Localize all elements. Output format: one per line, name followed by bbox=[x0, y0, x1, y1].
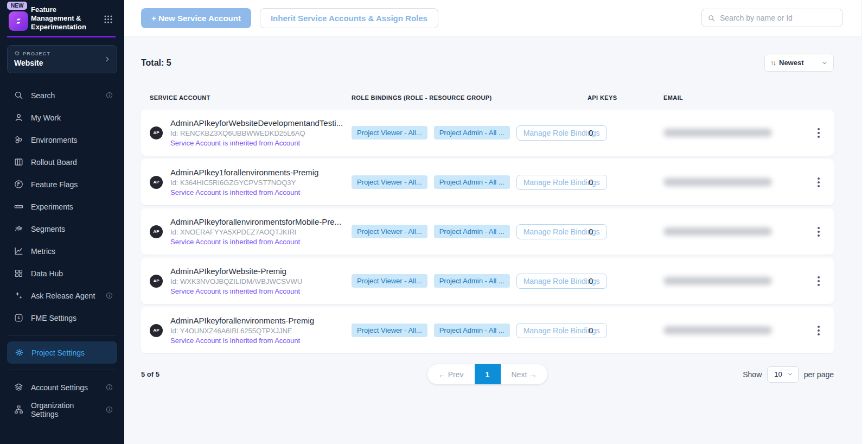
col-header-role-bindings: ROLE BINDINGS (ROLE - RESOURCE GROUP) bbox=[352, 94, 588, 101]
table-row: AP AdminAPIkeyforallenvironments-Premig … bbox=[141, 307, 834, 353]
sidebar-item-label: Organization Settings bbox=[31, 401, 98, 418]
sidebar-item-ask-release-agent[interactable]: Ask Release Agent bbox=[0, 284, 124, 307]
environments-icon bbox=[13, 135, 24, 145]
search-icon bbox=[707, 14, 716, 22]
avatar: AP bbox=[150, 225, 163, 238]
service-account-id: Id: K364HIC5RI6GZGYCPVST7NOQ3Y bbox=[170, 179, 318, 187]
row-menu-icon[interactable] bbox=[812, 273, 825, 289]
sidebar-item-experiments[interactable]: Experiments bbox=[0, 195, 124, 218]
inherit-service-accounts-button[interactable]: Inherit Service Accounts & Assign Roles bbox=[260, 8, 438, 28]
sidebar-item-segments[interactable]: Segments bbox=[0, 218, 124, 240]
chevron-down-icon bbox=[821, 60, 828, 66]
search-box bbox=[701, 9, 843, 27]
row-menu-icon[interactable] bbox=[812, 174, 825, 191]
current-page-button[interactable]: 1 bbox=[475, 364, 501, 384]
flag-icon bbox=[13, 179, 24, 190]
service-account-id: Id: WXK3NVOJBQZILIDMAVBJWCSVWU bbox=[170, 277, 302, 286]
inherited-note: Service Account is inherited from Accoun… bbox=[170, 139, 343, 147]
sidebar-item-label: Feature Flags bbox=[31, 180, 78, 189]
row-menu-icon[interactable] bbox=[812, 125, 825, 141]
content: Total: 5 ↑↓ Newest SERVICE ACCOUNT ROLE … bbox=[124, 36, 861, 384]
role-binding-chip: Project Admin - All ... bbox=[434, 225, 510, 238]
search-input[interactable] bbox=[720, 14, 837, 22]
service-account-list: AP AdminAPIkeyforWebsiteDevelopmentandTe… bbox=[141, 110, 834, 353]
sidebar-item-account-settings[interactable]: Account Settings bbox=[0, 376, 124, 398]
avatar: AP bbox=[150, 275, 163, 288]
sidebar-item-search[interactable]: Search bbox=[0, 84, 124, 106]
chart-icon bbox=[13, 246, 24, 257]
sidebar-item-feature-flags[interactable]: Feature Flags bbox=[0, 173, 124, 195]
sidebar-nav: Search My Work Environments Rollout Boar… bbox=[0, 84, 124, 421]
role-binding-chip: Project Admin - All ... bbox=[434, 324, 510, 337]
email-redacted bbox=[663, 129, 772, 137]
info-icon bbox=[105, 291, 113, 300]
api-keys-count: 0 bbox=[588, 128, 655, 137]
service-account-id: Id: RENCKBZ3XQ6UBBWWEDKD25L6AQ bbox=[170, 129, 343, 137]
prev-page-button[interactable]: ← Prev bbox=[427, 364, 475, 384]
chevron-down-icon bbox=[787, 371, 793, 377]
sidebar-item-project-settings[interactable]: Project Settings bbox=[7, 341, 117, 364]
table-row: AP AdminAPIkeyforWebsite-Premig Id: WXK3… bbox=[141, 258, 834, 304]
people-icon bbox=[13, 224, 24, 234]
sidebar-item-label: Account Settings bbox=[31, 383, 88, 392]
new-service-account-button[interactable]: + New Service Account bbox=[141, 8, 251, 28]
per-page-value: 10 bbox=[774, 370, 782, 378]
sidebar-item-label: Experiments bbox=[31, 202, 73, 211]
app-switcher-icon[interactable] bbox=[104, 15, 112, 23]
row-menu-icon[interactable] bbox=[812, 322, 825, 339]
info-icon bbox=[105, 405, 113, 414]
sidebar-item-label: Project Settings bbox=[31, 348, 85, 357]
role-binding-chip: Project Admin - All ... bbox=[434, 175, 510, 189]
row-menu-icon[interactable] bbox=[812, 224, 825, 240]
sidebar-item-label: Segments bbox=[31, 225, 65, 233]
project-selector[interactable]: PROJECT Website bbox=[7, 45, 117, 73]
chevron-right-icon bbox=[104, 55, 111, 63]
sidebar-item-label: Rollout Board bbox=[31, 158, 77, 167]
next-page-button[interactable]: Next → bbox=[501, 364, 548, 384]
sidebar-item-label: Data Hub bbox=[31, 269, 63, 278]
email-redacted bbox=[663, 277, 772, 285]
main-area: + New Service Account Inherit Service Ac… bbox=[124, 0, 861, 444]
sidebar-item-rollout-board[interactable]: Rollout Board bbox=[0, 151, 124, 173]
info-icon bbox=[105, 383, 113, 391]
inherited-note: Service Account is inherited from Accoun… bbox=[170, 188, 318, 196]
avatar: AP bbox=[150, 324, 163, 337]
table-row: AP AdminAPIkeyforWebsiteDevelopmentandTe… bbox=[141, 110, 834, 156]
sidebar-item-my-work[interactable]: My Work bbox=[0, 106, 124, 129]
fme-icon bbox=[13, 313, 24, 324]
role-binding-chip: Project Viewer - All... bbox=[352, 324, 427, 337]
sidebar-header: NEW Feature Management & Experimentation bbox=[0, 0, 124, 35]
app-title: Feature Management & Experimentation bbox=[31, 5, 97, 31]
col-header-api-keys: API KEYS bbox=[588, 94, 655, 101]
sidebar-item-fme-settings[interactable]: FME Settings bbox=[0, 307, 124, 329]
role-binding-chip: Project Viewer - All... bbox=[352, 274, 427, 288]
table-row: AP AdminAPIkeyforallenvironmentsforMobil… bbox=[141, 208, 834, 255]
pagination: 5 of 5 ← Prev 1 Next → Show 10 per page bbox=[141, 364, 834, 384]
sort-value: Newest bbox=[779, 59, 804, 67]
new-badge: NEW bbox=[7, 2, 27, 10]
avatar: AP bbox=[150, 126, 163, 139]
sidebar-item-label: My Work bbox=[31, 113, 61, 122]
sidebar-item-environments[interactable]: Environments bbox=[0, 129, 124, 151]
table-row: AP AdminAPIkey1forallenvironments-Premig… bbox=[141, 159, 834, 205]
right-gutter bbox=[861, 0, 868, 444]
show-label: Show bbox=[743, 370, 762, 379]
sort-dropdown[interactable]: ↑↓ Newest bbox=[764, 54, 834, 72]
per-page-select[interactable]: 10 bbox=[767, 366, 798, 383]
service-account-name: AdminAPIkeyforWebsite-Premig bbox=[170, 267, 302, 276]
layers-icon bbox=[13, 382, 24, 393]
role-binding-chip: Project Admin - All ... bbox=[434, 274, 510, 288]
email-redacted bbox=[663, 178, 772, 186]
sidebar: NEW Feature Management & Experimentation… bbox=[0, 0, 124, 444]
inherited-note: Service Account is inherited from Accoun… bbox=[170, 287, 302, 295]
brand-divider bbox=[7, 36, 116, 37]
sidebar-item-data-hub[interactable]: Data Hub bbox=[0, 262, 124, 284]
table-header: SERVICE ACCOUNT ROLE BINDINGS (ROLE - RE… bbox=[141, 94, 834, 101]
sidebar-item-organization-settings[interactable]: Organization Settings bbox=[0, 398, 124, 421]
sidebar-item-metrics[interactable]: Metrics bbox=[0, 240, 124, 262]
result-count: 5 of 5 bbox=[141, 370, 427, 378]
cube-icon bbox=[14, 50, 20, 56]
col-header-service-account: SERVICE ACCOUNT bbox=[150, 94, 352, 101]
gear-icon bbox=[14, 347, 24, 358]
api-keys-count: 0 bbox=[588, 326, 655, 335]
